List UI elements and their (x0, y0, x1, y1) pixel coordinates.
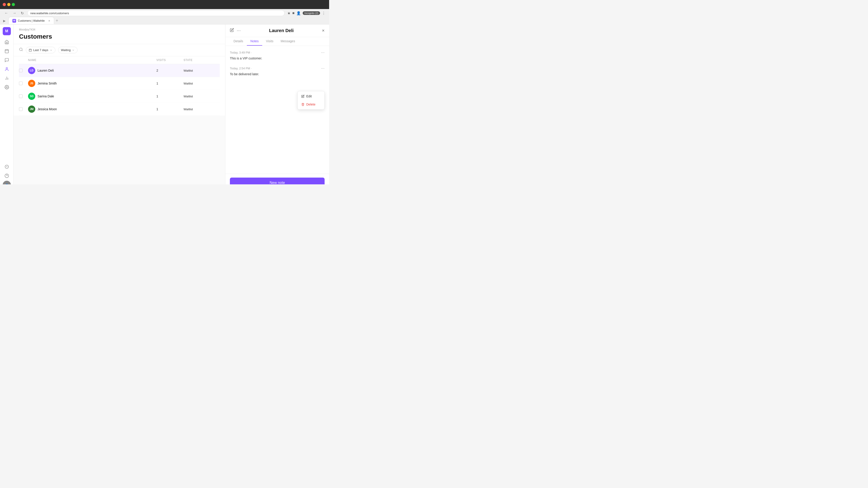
customer-name: Lauren Deli (37, 69, 54, 72)
row-checkbox[interactable] (19, 94, 23, 98)
customer-cell: JM Jessica Moon (28, 105, 156, 113)
filter-bar: Last 7 days Waiting (13, 44, 225, 56)
active-tab[interactable]: W Customers | Waitwhile × (9, 17, 54, 24)
panel-title: Lauren Deli (241, 28, 322, 33)
tab-messages[interactable]: Messages (277, 37, 299, 46)
main-content: Moodjoy7434 Customers Last 7 days Waitin… (13, 24, 225, 184)
avatar: SD (28, 93, 35, 100)
panel-actions: ⋯ (230, 28, 241, 33)
svg-point-12 (20, 48, 22, 51)
tab-notes[interactable]: Notes (247, 37, 262, 46)
customer-name: Jemina Smith (37, 82, 57, 85)
search-icon[interactable] (19, 47, 23, 53)
note-meta: Today, 3:49 PM · ⋯ (230, 51, 324, 55)
state-badge: Waitlist (184, 82, 220, 85)
state-badge: Waitlist (184, 69, 220, 72)
sidebar-item-flash[interactable] (3, 163, 11, 171)
status-filter-label: Waiting (61, 48, 71, 52)
note-time: Today, 2:54 PM · (230, 67, 252, 70)
bookmark-icon[interactable]: ★ (287, 11, 290, 15)
context-menu: Edit Delete (298, 91, 324, 109)
note-text: This is a VIP customer. (230, 56, 324, 61)
sidebar-item-settings[interactable] (3, 83, 11, 91)
new-note-button[interactable]: New note (230, 177, 324, 184)
profile-icon[interactable]: 👤 (296, 11, 301, 15)
avatar: LD (28, 67, 35, 74)
table-row[interactable]: SD Sarina Dale 1 Waitlist (19, 90, 220, 103)
note-menu-btn-active[interactable]: ⋯ (321, 66, 324, 70)
panel-header: ⋯ Lauren Deli × (225, 24, 329, 37)
sidebar-item-calendar[interactable] (3, 47, 11, 55)
app-layout: M 👤 (0, 24, 329, 184)
back-button[interactable]: ← (4, 10, 9, 16)
status-filter-btn[interactable]: Waiting (58, 47, 78, 53)
reload-button[interactable]: ↻ (20, 10, 25, 16)
tab-close-icon[interactable]: × (49, 19, 50, 23)
tab-back-btn[interactable]: ▶ (2, 19, 7, 23)
page-title: Customers (19, 33, 220, 40)
maximize-window-btn[interactable] (12, 3, 15, 6)
col-name: NAME (28, 59, 156, 62)
menu-icon[interactable]: ⋮ (322, 11, 326, 15)
context-menu-edit[interactable]: Edit (298, 92, 324, 100)
table-row[interactable]: JS Jemina Smith 1 Waitlist (19, 77, 220, 90)
panel-tabs: Details Notes Visits Messages (225, 37, 329, 46)
avatar: JM (28, 105, 35, 113)
close-window-btn[interactable] (3, 3, 6, 6)
visits-cell: 1 (156, 82, 184, 85)
col-state: STATE (184, 59, 220, 62)
table-row[interactable]: JM Jessica Moon 1 Waitlist (19, 103, 220, 116)
org-avatar[interactable]: M (3, 27, 11, 35)
row-checkbox[interactable] (19, 69, 23, 72)
browser-chrome (0, 0, 329, 9)
tab-details[interactable]: Details (230, 37, 247, 46)
date-filter-label: Last 7 days (33, 48, 49, 52)
minimize-window-btn[interactable] (7, 3, 10, 6)
sidebar-item-analytics[interactable] (3, 74, 11, 82)
sidebar-item-home[interactable] (3, 38, 11, 46)
note-meta: Today, 2:54 PM · ⋯ (230, 66, 324, 70)
address-bar: ← → ↻ new.waitwhile.com/customers ★ ■ 👤 … (0, 9, 329, 17)
incognito-badge: Incognito (2) (303, 11, 320, 15)
svg-rect-0 (5, 50, 8, 53)
svg-point-4 (6, 68, 7, 69)
row-checkbox[interactable] (19, 107, 23, 111)
forward-button[interactable]: → (12, 10, 17, 16)
customer-name: Sarina Dale (37, 94, 54, 98)
note-menu-btn[interactable]: ⋯ (321, 51, 324, 55)
new-tab-btn[interactable]: + (54, 18, 60, 23)
extensions-icon[interactable]: ■ (292, 11, 294, 15)
customer-cell: LD Lauren Deli (28, 67, 156, 74)
edit-label: Edit (306, 94, 312, 98)
customer-cell: JS Jemina Smith (28, 80, 156, 87)
user-avatar[interactable]: 👤 (3, 181, 11, 184)
sidebar-item-customers[interactable] (3, 65, 11, 73)
edit-pencil-icon[interactable] (230, 28, 234, 33)
sidebar-item-chat[interactable] (3, 56, 11, 64)
right-panel: ⋯ Lauren Deli × Details Notes Visits Mes… (225, 24, 329, 184)
url-input[interactable]: new.waitwhile.com/customers (27, 10, 285, 16)
customer-name: Jessica Moon (37, 107, 57, 111)
customer-cell: SD Sarina Dale (28, 93, 156, 100)
state-badge: Waitlist (184, 95, 220, 98)
note-item: Today, 2:54 PM · ⋯ To be delivered later… (230, 66, 324, 76)
panel-content: Today, 3:49 PM · ⋯ This is a VIP custome… (225, 46, 329, 174)
close-panel-btn[interactable]: × (322, 28, 324, 33)
context-menu-delete[interactable]: Delete (298, 100, 324, 108)
table-row[interactable]: LD Lauren Deli 2 Waitlist (19, 64, 220, 77)
row-checkbox[interactable] (19, 82, 23, 85)
customers-table: NAME VISITS STATE LD Lauren Deli 2 Waitl… (13, 56, 225, 116)
sidebar-item-help[interactable] (3, 172, 11, 180)
date-filter-btn[interactable]: Last 7 days (26, 47, 55, 53)
table-header: NAME VISITS STATE (19, 56, 220, 64)
note-text: To be delivered later. (230, 72, 324, 76)
visits-cell: 1 (156, 107, 184, 111)
more-options-icon[interactable]: ⋯ (237, 28, 241, 33)
delete-label: Delete (306, 103, 315, 106)
tab-favicon: W (12, 19, 16, 23)
avatar: JS (28, 80, 35, 87)
visits-cell: 2 (156, 69, 184, 72)
address-actions: ★ ■ 👤 Incognito (2) ⋮ (287, 11, 326, 15)
sidebar: M 👤 (0, 24, 13, 184)
tab-visits[interactable]: Visits (262, 37, 277, 46)
